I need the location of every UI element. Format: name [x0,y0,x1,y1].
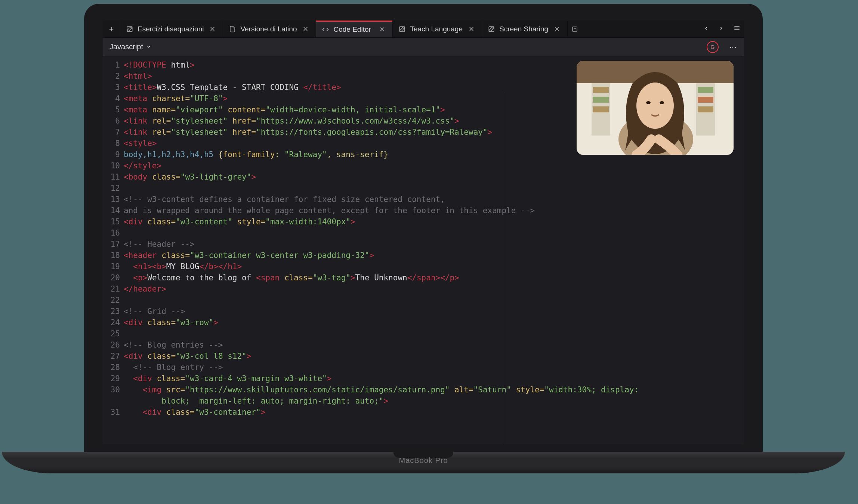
code-icon [322,26,329,33]
code-line[interactable]: </header> [124,283,744,295]
code-line[interactable]: <!-- Blog entry --> [124,362,744,373]
code-line[interactable]: <!-- Header --> [124,239,744,250]
prev-tab-button[interactable] [704,25,709,33]
line-number: 6 [103,115,120,127]
line-number: 13 [103,194,120,205]
code-line[interactable] [124,227,744,239]
line-number: 1 [103,59,120,71]
close-tab-button[interactable]: ✕ [301,25,310,33]
screen-border: ＋ Esercizi disequazioni✕Versione di Lati… [84,4,763,452]
svg-rect-3 [572,27,577,31]
line-number: 4 [103,93,120,104]
svg-rect-12 [593,97,609,103]
chevron-down-icon [146,43,151,51]
code-line[interactable]: and is wrapped around the whole page con… [124,205,744,216]
code-line[interactable]: <div class="w3-row"> [124,317,744,328]
close-tab-button[interactable]: ✕ [208,25,217,33]
line-number: 27 [103,351,120,362]
line-number: 5 [103,104,120,115]
line-number: 8 [103,138,120,149]
line-number: 15 [103,216,120,227]
close-tab-button[interactable]: ✕ [378,25,386,34]
tab-label: Versione di Latino [240,25,297,33]
code-line[interactable] [124,183,744,194]
code-line[interactable] [124,295,744,306]
code-editor[interactable]: 1234567891011121314151617181920212223242… [103,56,744,444]
line-number: 9 [103,149,120,160]
line-number: 22 [103,295,120,306]
line-number: 29 [103,373,120,384]
next-tab-button[interactable] [719,25,724,33]
svg-rect-16 [698,106,713,112]
tab-esercizi-disequazioni[interactable]: Esercizi disequazioni✕ [120,21,223,37]
code-line[interactable]: <div class="w3-content" style="max-width… [124,216,744,227]
code-line[interactable]: <header class="w3-container w3-center w3… [124,250,744,261]
file-icon [229,26,236,32]
code-line[interactable]: <div class="w3-card-4 w3-margin w3-white… [124,373,744,384]
code-line[interactable] [124,328,744,339]
line-number: 14 [103,205,120,216]
language-selector-label: Javascript [109,43,143,51]
code-line[interactable]: <div class="w3-col l8 s12"> [124,351,744,362]
line-number: 12 [103,183,120,194]
close-tab-button[interactable]: ✕ [553,25,561,33]
code-line[interactable]: <!-- w3-content defines a container for … [124,194,744,205]
close-tab-button[interactable]: ✕ [467,25,476,33]
avatar-initial: G [711,44,715,50]
editor-toolbar: Javascript G ⋮ [103,38,744,56]
line-number: 18 [103,250,120,261]
line-number: 21 [103,283,120,295]
tab-label: Esercizi disequazioni [138,25,204,33]
line-number: 3 [103,82,120,93]
code-line[interactable]: <p>Welcome to the blog of <span class="w… [124,272,744,283]
tab-label: Screen Sharing [499,25,548,33]
tab-versione-di-latino[interactable]: Versione di Latino✕ [223,21,316,37]
tab-label: Teach Language [410,25,463,33]
line-number: 10 [103,160,120,171]
plus-icon: ＋ [108,24,115,34]
line-number: 25 [103,328,120,339]
line-number-gutter: 1234567891011121314151617181920212223242… [103,56,124,444]
new-tab-button[interactable]: ＋ [103,21,120,37]
line-number: 17 [103,239,120,250]
code-line[interactable]: <img src="https://www.skilluptutors.com/… [124,384,744,395]
line-number: 31 [103,407,120,418]
tab-code-editor[interactable]: Code Editor✕ [316,21,392,37]
line-number: 23 [103,306,120,317]
line-number: 28 [103,362,120,373]
svg-point-18 [636,83,674,129]
svg-rect-13 [593,106,609,112]
code-line[interactable]: <!-- Grid --> [124,306,744,317]
line-number: 19 [103,261,120,272]
tab-nav [700,21,744,37]
editor-ruler [505,92,505,444]
line-number [103,395,120,407]
video-call-tile[interactable] [577,61,734,155]
pencil-square-icon [399,26,405,32]
pencil-square-icon [126,26,133,32]
screen: ＋ Esercizi disequazioni✕Versione di Lati… [103,21,744,444]
tab-screen-sharing[interactable]: Screen Sharing✕ [482,21,567,37]
code-line[interactable]: <h1><b>MY BLOG</b></h1> [124,261,744,272]
language-selector[interactable]: Javascript [109,43,151,51]
video-participant-image [577,61,734,155]
line-number: 30 [103,384,120,395]
code-line[interactable]: </style> [124,160,744,171]
user-avatar[interactable]: G [707,41,719,53]
tab-partial[interactable] [567,21,582,37]
tab-label: Code Editor [333,25,371,34]
code-line[interactable]: <body class="w3-light-grey"> [124,171,744,183]
pencil-square-icon [571,26,578,32]
tab-teach-language[interactable]: Teach Language✕ [392,21,482,37]
svg-point-20 [660,101,664,104]
line-number: 24 [103,317,120,328]
code-line[interactable]: <div class="w3-container"> [124,407,744,418]
code-line[interactable]: <!-- Blog entries --> [124,339,744,351]
svg-rect-15 [698,97,713,103]
more-options-button[interactable]: ⋮ [729,44,737,50]
svg-rect-14 [698,87,713,93]
line-number: 16 [103,227,120,239]
line-number: 20 [103,272,120,283]
hamburger-menu-button[interactable] [734,25,740,33]
code-line[interactable]: block; margin-left: auto; margin-right: … [124,395,744,407]
